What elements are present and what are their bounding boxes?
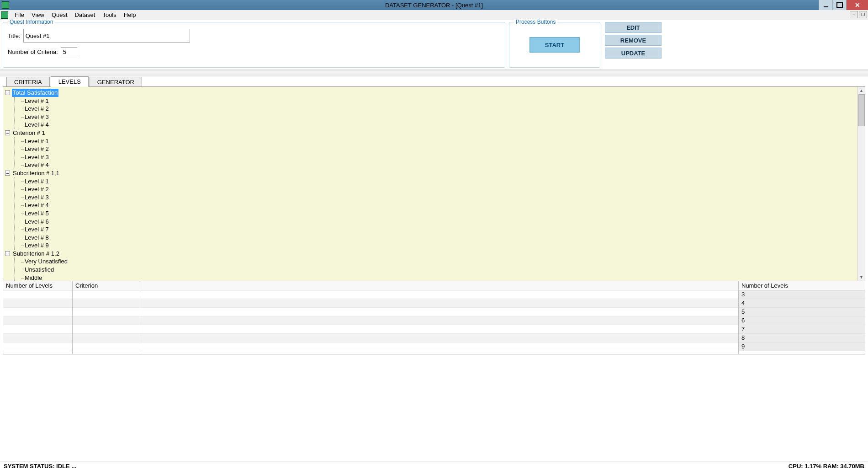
grid-cell[interactable] bbox=[3, 308, 72, 316]
tree-leaf[interactable]: Level # 3 bbox=[21, 113, 863, 121]
tree-scrollbar[interactable]: ▲ ▼ bbox=[857, 87, 865, 281]
bottom-grid: Number of Levels Criterion bbox=[3, 281, 865, 354]
tree-node-label[interactable]: Subcriterion # 1,1 bbox=[12, 169, 60, 177]
mdi-controls: – ❐ bbox=[850, 11, 867, 18]
tree-node-total-satisfaction[interactable]: – Total Satisfaction bbox=[5, 89, 863, 97]
status-left: SYSTEM STATUS: IDLE ... bbox=[4, 463, 76, 470]
edit-button[interactable]: EDIT bbox=[605, 22, 662, 33]
remove-button[interactable]: REMOVE bbox=[605, 35, 662, 46]
mdi-minimize-button[interactable]: – bbox=[850, 11, 858, 18]
status-right: CPU: 1.17% RAM: 34.70MB bbox=[789, 463, 864, 470]
tab-criteria[interactable]: CRITERIA bbox=[6, 77, 50, 87]
collapse-icon[interactable]: – bbox=[5, 90, 10, 95]
tree-node-label[interactable]: Criterion # 1 bbox=[12, 129, 46, 137]
grid-header[interactable] bbox=[140, 281, 738, 290]
grid-cell[interactable]: 9 bbox=[739, 343, 865, 351]
grid-cell[interactable]: 5 bbox=[739, 308, 865, 316]
grid-cell[interactable] bbox=[3, 334, 72, 343]
collapse-icon[interactable]: – bbox=[5, 130, 10, 135]
scroll-up-icon[interactable]: ▲ bbox=[858, 87, 865, 94]
tree-node-subcriterion-1-2[interactable]: – Subcriterion # 1,2 bbox=[5, 250, 863, 258]
tree-leaf[interactable]: Level # 3 bbox=[21, 193, 863, 202]
grid-header[interactable]: Criterion bbox=[73, 281, 140, 290]
tree-leaf[interactable]: Level # 2 bbox=[21, 185, 863, 193]
criteria-count-input[interactable] bbox=[61, 47, 77, 56]
tree-leaf[interactable]: Level # 1 bbox=[21, 177, 863, 186]
minimize-button[interactable] bbox=[819, 0, 832, 10]
tab-levels[interactable]: LEVELS bbox=[51, 76, 89, 87]
tree-leaf[interactable]: Unsatisfied bbox=[21, 266, 863, 274]
grid-cell[interactable] bbox=[3, 290, 72, 299]
tab-row: CRITERIA LEVELS GENERATOR bbox=[0, 76, 868, 86]
process-buttons-label: Process Buttons bbox=[514, 19, 557, 25]
grid-cell[interactable] bbox=[140, 334, 738, 343]
grid-cell[interactable] bbox=[73, 308, 140, 316]
grid-cell[interactable] bbox=[140, 290, 738, 299]
grid-cell[interactable]: 7 bbox=[739, 325, 865, 334]
tree-leaf[interactable]: Level # 1 bbox=[21, 137, 863, 145]
menu-quest[interactable]: Quest bbox=[48, 11, 71, 19]
tree-leaf[interactable]: Level # 5 bbox=[21, 209, 863, 218]
window-title: DATASET GENERATOR - [Quest #1] bbox=[385, 2, 483, 9]
tree-node-criterion-1[interactable]: – Criterion # 1 bbox=[5, 129, 863, 137]
tree-leaf[interactable]: Level # 6 bbox=[21, 218, 863, 226]
tree-leaf[interactable]: Level # 8 bbox=[21, 234, 863, 242]
tree-node-subcriterion-1-1[interactable]: – Subcriterion # 1,1 bbox=[5, 169, 863, 177]
close-button[interactable] bbox=[846, 0, 868, 10]
grid-header[interactable]: Number of Levels bbox=[3, 281, 72, 290]
grid-cell[interactable] bbox=[73, 343, 140, 351]
tree-leaf[interactable]: Very Unsatisfied bbox=[21, 257, 863, 266]
grid-header[interactable]: Number of Levels bbox=[739, 281, 865, 290]
title-input[interactable] bbox=[23, 29, 190, 43]
grid-cell[interactable] bbox=[3, 343, 72, 351]
collapse-icon[interactable]: – bbox=[5, 171, 10, 176]
window-controls bbox=[819, 0, 868, 10]
update-button[interactable]: UPDATE bbox=[605, 48, 662, 59]
start-button[interactable]: START bbox=[529, 37, 580, 53]
tree-node-label[interactable]: Subcriterion # 1,2 bbox=[12, 250, 60, 258]
tree-leaf[interactable]: Middle bbox=[21, 274, 863, 281]
tree-leaf[interactable]: Level # 7 bbox=[21, 225, 863, 234]
grid-col-number-of-levels-right: Number of Levels 3 4 5 6 7 8 9 bbox=[739, 281, 865, 354]
statusbar: SYSTEM STATUS: IDLE ... CPU: 1.17% RAM: … bbox=[0, 461, 868, 471]
grid-cell[interactable] bbox=[73, 325, 140, 334]
grid-cell[interactable]: 6 bbox=[739, 316, 865, 325]
tree-leaf[interactable]: Level # 4 bbox=[21, 121, 863, 129]
tree-node-label[interactable]: Total Satisfaction bbox=[12, 89, 58, 97]
grid-cell[interactable] bbox=[140, 316, 738, 325]
scroll-thumb[interactable] bbox=[858, 94, 865, 126]
grid-cell[interactable] bbox=[73, 290, 140, 299]
grid-cell[interactable] bbox=[73, 299, 140, 308]
tree-leaf[interactable]: Level # 1 bbox=[21, 97, 863, 105]
tree-leaf[interactable]: Level # 4 bbox=[21, 161, 863, 169]
grid-cell[interactable]: 4 bbox=[739, 299, 865, 308]
tree-leaf[interactable]: Level # 4 bbox=[21, 201, 863, 209]
tree-leaf[interactable]: Level # 9 bbox=[21, 241, 863, 250]
mdi-restore-button[interactable]: ❐ bbox=[859, 11, 867, 18]
grid-cell[interactable] bbox=[140, 325, 738, 334]
grid-cell[interactable] bbox=[140, 299, 738, 308]
grid-cell[interactable] bbox=[3, 325, 72, 334]
menu-view[interactable]: View bbox=[28, 11, 48, 19]
maximize-button[interactable] bbox=[832, 0, 846, 10]
tab-generator[interactable]: GENERATOR bbox=[90, 77, 142, 87]
menu-file[interactable]: File bbox=[11, 11, 28, 19]
menu-tools[interactable]: Tools bbox=[99, 11, 120, 19]
tree-leaf[interactable]: Level # 3 bbox=[21, 153, 863, 161]
grid-cell[interactable]: 3 bbox=[739, 290, 865, 299]
grid-cell[interactable]: 8 bbox=[739, 334, 865, 343]
grid-col-number-of-levels-left: Number of Levels bbox=[3, 281, 73, 354]
collapse-icon[interactable]: – bbox=[5, 251, 10, 256]
grid-cell[interactable] bbox=[140, 308, 738, 316]
grid-cell[interactable] bbox=[73, 316, 140, 325]
grid-cell[interactable] bbox=[73, 334, 140, 343]
levels-tree[interactable]: – Total Satisfaction Level # 1 Level # 2… bbox=[3, 87, 865, 281]
grid-cell[interactable] bbox=[3, 299, 72, 308]
grid-cell[interactable] bbox=[3, 316, 72, 325]
grid-cell[interactable] bbox=[140, 343, 738, 351]
menu-help[interactable]: Help bbox=[120, 11, 140, 19]
scroll-down-icon[interactable]: ▼ bbox=[858, 273, 865, 281]
menu-dataset[interactable]: Dataset bbox=[71, 11, 99, 19]
tree-leaf[interactable]: Level # 2 bbox=[21, 145, 863, 153]
tree-leaf[interactable]: Level # 2 bbox=[21, 105, 863, 113]
